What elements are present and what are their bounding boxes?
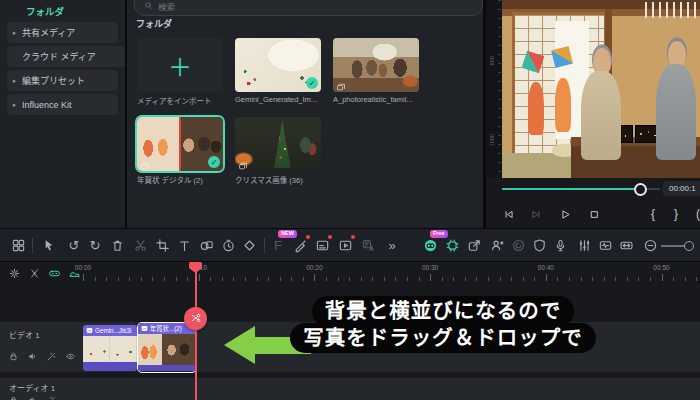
lock-icon[interactable] <box>8 348 19 359</box>
prev-frame-button[interactable] <box>498 204 518 224</box>
import-media-tile[interactable]: ＋ <box>137 38 223 92</box>
text-button[interactable] <box>173 234 195 256</box>
plus-icon: ＋ <box>137 38 223 92</box>
ruler-tick <box>442 277 443 281</box>
timecode-display: 00:00:1 <box>663 181 700 196</box>
step-forward-button[interactable] <box>526 204 546 224</box>
media-thumbnail-nenga-selected[interactable]: ✓ <box>137 117 223 171</box>
ruler-tick <box>523 277 524 281</box>
cut-clip-button[interactable] <box>184 307 207 330</box>
playhead-line <box>195 262 197 400</box>
sidebar-item-cloud-media[interactable]: クラウド メディア <box>7 46 133 67</box>
record-button[interactable] <box>507 234 529 256</box>
ruler-tick <box>662 274 663 281</box>
ai-video-button[interactable] <box>334 234 356 256</box>
seek-handle[interactable] <box>634 183 647 196</box>
ruler-tick <box>407 277 408 281</box>
image-icon <box>86 327 93 335</box>
speaker-icon[interactable] <box>27 392 38 400</box>
layout-grid-button[interactable] <box>7 234 29 256</box>
timeline-clip-gemini[interactable]: Gemin...Jls3i <box>83 325 137 371</box>
lock-icon[interactable] <box>8 392 19 400</box>
zoom-out-button[interactable] <box>639 234 661 256</box>
undo-button[interactable]: ↺ <box>63 234 85 256</box>
timeline-clip-nenga-selected[interactable]: 年賀状...(2) <box>137 322 197 373</box>
redo-button[interactable]: ↻ <box>84 234 106 256</box>
ruler-tick <box>303 277 304 281</box>
ruler-tick <box>476 277 477 281</box>
newyear-decor-art <box>645 2 698 18</box>
media-panel: 検索 フォルダ ＋ メディアをインポート ✓ Gemini_Generated_… <box>127 0 483 228</box>
auto-fit-button[interactable] <box>615 234 637 256</box>
link-clips-button[interactable] <box>44 263 64 283</box>
ruler-tick <box>152 277 153 281</box>
media-thumbnail-christmas[interactable] <box>235 117 321 171</box>
select-tool-button[interactable] <box>37 234 59 256</box>
ruler-tick <box>210 277 211 281</box>
settings-button[interactable] <box>4 263 24 283</box>
speed-button[interactable] <box>217 234 239 256</box>
sidebar-item-influence-kit[interactable]: ▸ Influence Kit <box>7 94 118 115</box>
speaker-icon[interactable] <box>27 348 38 359</box>
video-editor-app: フォルダ ▸ 共有メディア クラウド メディア ▸ 編集プリセット ▸ Infl… <box>0 0 700 400</box>
clip-thumbnail <box>83 336 137 362</box>
audio-track-controls <box>8 392 57 400</box>
ruler-tick <box>118 277 119 281</box>
plugin-export-button[interactable] <box>463 234 485 256</box>
play-button[interactable] <box>555 204 575 224</box>
preview-canvas[interactable] <box>502 0 700 178</box>
translate-button[interactable] <box>357 234 379 256</box>
ai-pen-button[interactable] <box>289 234 311 256</box>
playhead-handle[interactable] <box>189 262 202 273</box>
keyframe-button[interactable] <box>238 234 260 256</box>
more-tools-button[interactable]: » <box>381 234 403 256</box>
ai-chip-button[interactable] <box>441 234 463 256</box>
clip-header: Gemin...Jls3i <box>83 325 137 336</box>
audio-mixer-button[interactable] <box>573 234 595 256</box>
search-placeholder: 検索 <box>158 0 175 12</box>
stop-button[interactable] <box>584 204 604 224</box>
delete-button[interactable] <box>106 234 128 256</box>
eye-icon[interactable] <box>65 348 76 359</box>
check-badge-icon: ✓ <box>208 156 220 168</box>
audio-track-lane[interactable] <box>0 378 700 400</box>
ruler-tick <box>326 277 327 281</box>
effects-button[interactable]: FNEW <box>267 234 289 256</box>
mask-button[interactable] <box>195 234 217 256</box>
sidebar-item-folder[interactable]: フォルダ <box>26 4 64 18</box>
ruler-tick <box>581 277 582 281</box>
search-input[interactable]: 検索 <box>134 0 483 16</box>
smart-caption-button[interactable] <box>311 234 333 256</box>
sidebar-item-edit-presets[interactable]: ▸ 編集プリセット <box>7 70 118 91</box>
timeline-zoom-handle[interactable] <box>684 241 694 251</box>
transport-controls: {}( <box>486 204 700 226</box>
ruler-time-label: 00:20 <box>306 264 322 271</box>
notification-dot <box>351 235 355 239</box>
image-stack-icon <box>238 157 249 168</box>
wand-icon[interactable] <box>46 392 57 400</box>
ai-copilot-button[interactable]: Free <box>419 234 441 256</box>
group-share-button[interactable] <box>486 234 508 256</box>
ruler-tick <box>696 277 697 281</box>
ruler-tick <box>615 277 616 281</box>
audio-sync-button[interactable] <box>594 234 616 256</box>
sidebar-item-shared-media[interactable]: ▸ 共有メディア <box>7 22 118 43</box>
ruler-tick <box>604 277 605 281</box>
mark-out-button[interactable]: } <box>666 204 686 224</box>
ruler-tick <box>268 277 269 281</box>
crop-button[interactable] <box>151 234 173 256</box>
clipped-control-button[interactable]: ( <box>688 204 700 224</box>
wand-icon[interactable] <box>46 348 57 359</box>
ruler-tick <box>638 277 639 281</box>
safe-area-button[interactable] <box>528 234 550 256</box>
sidebar-item-label: クラウド メディア <box>22 50 96 63</box>
voiceover-button[interactable] <box>549 234 571 256</box>
media-thumbnail-gemini[interactable]: ✓ <box>235 38 321 92</box>
clip-label: 年賀状...(2) <box>150 324 182 333</box>
media-thumbnail-family[interactable] <box>333 38 419 92</box>
ruler-tick <box>245 277 246 281</box>
mark-in-button[interactable]: { <box>643 204 663 224</box>
split-button[interactable] <box>129 234 151 256</box>
snap-button[interactable] <box>24 263 44 283</box>
scissors-icon <box>190 310 202 328</box>
